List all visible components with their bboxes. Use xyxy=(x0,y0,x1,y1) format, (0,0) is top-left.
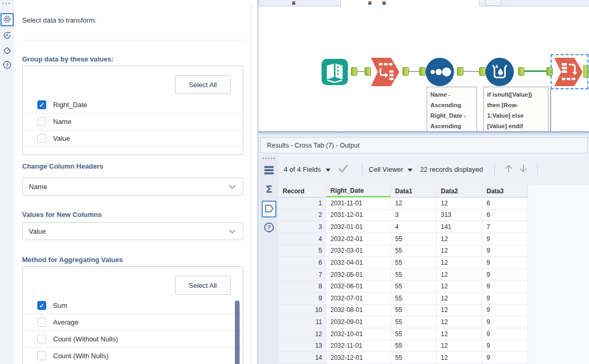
checkbox-item[interactable]: Value xyxy=(23,130,243,147)
drag-handle-icon[interactable] xyxy=(2,3,11,5)
data-cell[interactable]: 12 xyxy=(437,269,482,281)
data-cell[interactable]: 55 xyxy=(391,340,437,352)
data-cell[interactable]: 2032-07-01 xyxy=(326,293,391,305)
checkbox-unchecked[interactable] xyxy=(37,134,46,143)
data-cell[interactable]: 55 xyxy=(391,316,437,328)
record-cell[interactable]: 4 xyxy=(278,233,326,245)
checkbox-item[interactable]: Sum xyxy=(23,297,243,314)
output-anchor[interactable] xyxy=(457,67,463,76)
apply-check-icon[interactable] xyxy=(338,164,348,174)
data-cell[interactable]: 12 xyxy=(437,305,482,317)
data-cell[interactable]: 55 xyxy=(391,269,437,281)
record-cell[interactable]: 6 xyxy=(278,257,326,269)
record-cell[interactable]: 14 xyxy=(278,352,326,364)
data-cell[interactable]: 12 xyxy=(437,340,482,352)
checkbox-checked[interactable] xyxy=(37,100,46,109)
data-cell[interactable]: 12 xyxy=(437,352,482,364)
data-cell[interactable]: 12 xyxy=(437,280,482,293)
group-select-all-button[interactable]: Select All xyxy=(175,75,231,94)
connection-wire-selected[interactable] xyxy=(524,70,546,72)
annotation-tab-button[interactable] xyxy=(1,45,14,58)
connection-wire[interactable] xyxy=(409,71,419,72)
connection-wire[interactable] xyxy=(357,71,365,72)
data-cell[interactable]: 55 xyxy=(391,257,437,269)
checkbox-unchecked[interactable] xyxy=(37,335,46,344)
data-cell[interactable]: 12 xyxy=(391,197,437,210)
data-cell[interactable]: 9 xyxy=(482,280,528,293)
data-cell[interactable]: 55 xyxy=(391,328,437,340)
data-cell[interactable]: 2032-04-01 xyxy=(326,257,391,269)
checkbox-item[interactable]: Count (Without Nulls) xyxy=(23,331,243,348)
output-anchor[interactable] xyxy=(351,67,357,76)
column-header[interactable]: Record xyxy=(278,185,326,197)
data-cell[interactable]: 9 xyxy=(482,257,528,269)
output-anchor[interactable] xyxy=(518,67,524,76)
data-cell[interactable]: 55 xyxy=(391,305,437,317)
run-workflow-button[interactable] xyxy=(1,29,14,43)
data-cell[interactable]: 141 xyxy=(437,221,482,233)
record-cell[interactable]: 13 xyxy=(278,340,326,352)
scroll-up-button[interactable] xyxy=(501,164,516,175)
data-cell[interactable]: 9 xyxy=(482,316,528,328)
workflow-tab-active[interactable] xyxy=(341,0,479,6)
data-cell[interactable]: 55 xyxy=(391,245,437,257)
data-cell[interactable]: 12 xyxy=(437,316,482,328)
column-header[interactable]: Data1 xyxy=(391,185,437,197)
drag-handle-icon[interactable] xyxy=(263,158,275,159)
checkbox-unchecked[interactable] xyxy=(37,117,46,126)
checkbox-unchecked[interactable] xyxy=(37,351,46,360)
data-cell[interactable]: 55 xyxy=(391,293,437,305)
column-header[interactable]: Data2 xyxy=(437,185,482,197)
connection-wire[interactable] xyxy=(463,71,479,72)
checkbox-item[interactable]: Right_Date xyxy=(23,97,243,113)
checkbox-item[interactable]: Name xyxy=(23,113,243,130)
record-cell[interactable]: 8 xyxy=(278,280,326,293)
fields-dropdown[interactable]: 4 of 4 Fields xyxy=(284,165,330,173)
checkbox-unchecked[interactable] xyxy=(37,318,46,327)
data-cell[interactable]: 2032-09-01 xyxy=(326,316,391,328)
record-cell[interactable]: 2 xyxy=(278,210,326,222)
record-cell[interactable]: 1 xyxy=(278,197,326,210)
cell-viewer-button[interactable] xyxy=(262,201,276,217)
cell-viewer-dropdown[interactable]: Cell Viewer xyxy=(369,165,413,173)
output-anchor[interactable] xyxy=(402,67,409,76)
record-cell[interactable]: 7 xyxy=(278,269,326,281)
data-cell[interactable]: 9 xyxy=(482,293,528,305)
new-tab-button[interactable] xyxy=(485,0,501,6)
transpose-tool[interactable] xyxy=(371,58,399,86)
data-cell[interactable]: 2032-11-01 xyxy=(326,340,391,352)
input-anchor[interactable] xyxy=(365,67,371,76)
data-cell[interactable]: 12 xyxy=(437,233,482,245)
data-cell[interactable]: 2032-06-01 xyxy=(326,280,391,293)
configuration-tab-button[interactable] xyxy=(1,13,14,26)
scroll-down-button[interactable] xyxy=(516,164,531,175)
new-columns-dropdown[interactable]: Value xyxy=(22,222,243,240)
data-cell[interactable]: 3 xyxy=(391,210,437,222)
column-headers-dropdown[interactable]: Name xyxy=(22,178,243,195)
record-cell[interactable]: 10 xyxy=(278,305,326,317)
formula-annotation[interactable]: if isnull([Value]) then [Row- 1:Value] e… xyxy=(483,87,549,132)
data-cell[interactable]: 12 xyxy=(437,328,482,340)
data-cell[interactable]: 4 xyxy=(391,221,437,233)
help-button[interactable]: ? xyxy=(1,59,14,72)
data-cell[interactable]: 6 xyxy=(482,210,528,222)
data-cell[interactable]: 12 xyxy=(437,245,482,257)
workflow-canvas[interactable]: Name - Ascending Right_Date - Ascending … xyxy=(259,6,589,131)
data-cell[interactable]: 9 xyxy=(482,328,528,340)
data-cell[interactable]: 2032-10-01 xyxy=(326,328,391,340)
column-header[interactable]: Right_Date xyxy=(326,185,391,197)
data-cell[interactable]: 9 xyxy=(482,233,528,245)
summary-view-button[interactable]: Σ xyxy=(262,182,276,196)
sort-tool[interactable] xyxy=(426,58,454,86)
data-cell[interactable]: 7 xyxy=(482,221,528,233)
data-cell[interactable]: 9 xyxy=(482,305,528,317)
checkbox-checked[interactable] xyxy=(37,301,46,310)
canvas-results-splitter[interactable] xyxy=(259,131,589,136)
data-cell[interactable]: 2032-01-01 xyxy=(326,221,391,233)
input-anchor[interactable] xyxy=(479,67,485,76)
data-cell[interactable]: 55 xyxy=(391,233,437,245)
data-cell[interactable]: 12 xyxy=(437,257,482,269)
input-anchor[interactable] xyxy=(419,67,426,76)
data-cell[interactable]: 6 xyxy=(482,197,528,210)
results-help-button[interactable]: ? xyxy=(262,221,276,235)
